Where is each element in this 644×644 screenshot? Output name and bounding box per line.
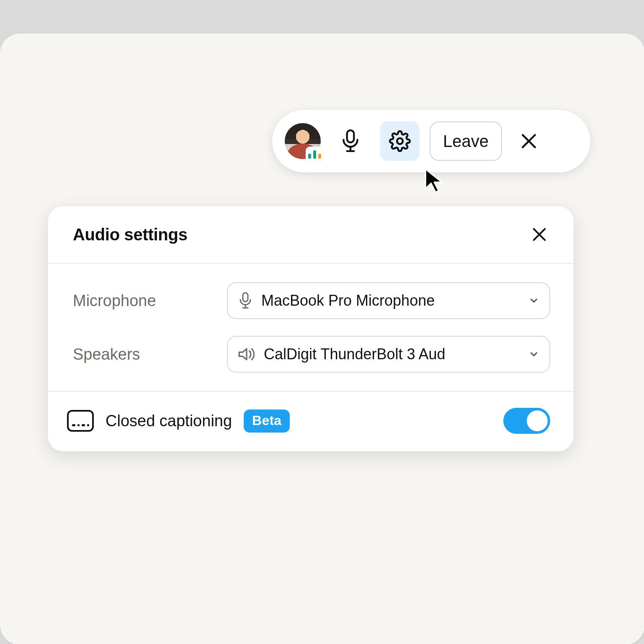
speaker-icon bbox=[238, 346, 255, 363]
panel-footer: Closed captioning Beta bbox=[48, 392, 574, 451]
microphone-value: MacBook Pro Microphone bbox=[261, 292, 520, 309]
leave-button-label: Leave bbox=[443, 132, 489, 151]
huddle-toolbar: Leave bbox=[272, 110, 590, 173]
microphone-select[interactable]: MacBook Pro Microphone bbox=[227, 282, 550, 319]
beta-badge: Beta bbox=[244, 410, 290, 433]
microphone-row: Microphone MacBook Pro Microphone bbox=[73, 282, 550, 319]
chevron-down-icon bbox=[528, 295, 539, 306]
speakers-label: Speakers bbox=[73, 345, 214, 363]
speakers-row: Speakers CalDigit ThunderBolt 3 Aud bbox=[73, 336, 550, 373]
svg-rect-8 bbox=[243, 293, 248, 301]
close-icon bbox=[531, 226, 548, 243]
audio-settings-panel: Audio settings Microphone MacBook Pro Mi… bbox=[48, 206, 574, 451]
microphone-icon bbox=[340, 129, 361, 153]
leave-button[interactable]: Leave bbox=[430, 121, 502, 161]
mute-button[interactable] bbox=[331, 121, 370, 161]
panel-close-button[interactable] bbox=[528, 224, 550, 245]
speakers-select[interactable]: CalDigit ThunderBolt 3 Aud bbox=[227, 336, 550, 373]
toolbar-close-button[interactable] bbox=[515, 128, 542, 155]
panel-body: Microphone MacBook Pro Microphone Speake… bbox=[48, 264, 574, 392]
close-icon bbox=[520, 132, 538, 150]
closed-captioning-label: Closed captioning bbox=[106, 412, 232, 430]
audio-level-indicator bbox=[306, 147, 323, 162]
settings-button[interactable] bbox=[380, 121, 420, 161]
gear-icon bbox=[389, 130, 411, 152]
participant-avatar[interactable] bbox=[285, 123, 321, 159]
closed-captioning-toggle[interactable] bbox=[503, 408, 550, 434]
panel-header: Audio settings bbox=[48, 206, 574, 264]
svg-marker-11 bbox=[239, 349, 247, 360]
panel-title: Audio settings bbox=[73, 225, 188, 244]
svg-point-3 bbox=[397, 138, 403, 144]
speakers-value: CalDigit ThunderBolt 3 Aud bbox=[264, 345, 520, 363]
svg-rect-0 bbox=[347, 130, 354, 142]
microphone-label: Microphone bbox=[73, 292, 214, 310]
chevron-down-icon bbox=[528, 349, 539, 360]
closed-caption-icon bbox=[67, 410, 94, 432]
microphone-icon bbox=[238, 291, 253, 310]
